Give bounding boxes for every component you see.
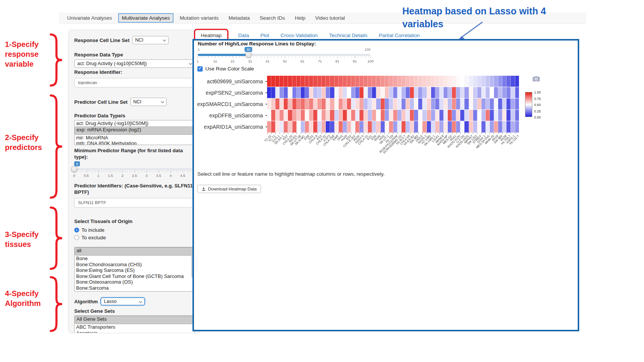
heatmap-cell[interactable] xyxy=(397,110,402,121)
heatmap-cell[interactable] xyxy=(317,98,322,109)
heatmap-cell[interactable] xyxy=(389,76,393,87)
heatmap-cell[interactable] xyxy=(339,110,343,121)
heatmap-cell[interactable] xyxy=(397,121,402,133)
heatmap-cell[interactable] xyxy=(364,76,368,87)
heatmap-cell[interactable] xyxy=(330,110,334,121)
heatmap-cell[interactable] xyxy=(335,121,339,133)
nav-tab-multivariate-analyses[interactable]: Multivariate Analyses xyxy=(118,13,174,23)
heatmap-cell[interactable] xyxy=(326,87,330,98)
heatmap-cell[interactable] xyxy=(313,121,317,133)
heatmap-cell[interactable] xyxy=(360,87,364,98)
heatmap-cell[interactable] xyxy=(498,87,502,98)
heatmap-cell[interactable] xyxy=(444,76,448,87)
heatmap-cell[interactable] xyxy=(477,121,481,133)
heatmap-cell[interactable] xyxy=(402,87,406,98)
heatmap-cell[interactable] xyxy=(322,87,326,98)
heatmap-cell[interactable] xyxy=(292,76,297,87)
heatmap-cell[interactable] xyxy=(402,76,406,87)
heatmap-cell[interactable] xyxy=(389,98,393,109)
heatmap-cell[interactable] xyxy=(355,98,360,109)
heatmap-cell[interactable] xyxy=(275,121,280,133)
heatmap-cell[interactable] xyxy=(448,76,452,87)
heatmap-cell[interactable] xyxy=(376,110,380,121)
heatmap-cell[interactable] xyxy=(288,76,292,87)
heatmap-cell[interactable] xyxy=(439,110,444,121)
heatmap-cell[interactable] xyxy=(372,87,376,98)
heatmap-cell[interactable] xyxy=(431,110,435,121)
heatmap-cell[interactable] xyxy=(452,87,456,98)
heatmap-cell[interactable] xyxy=(431,121,435,133)
heatmap-cell[interactable] xyxy=(368,110,372,121)
heatmap-cell[interactable] xyxy=(292,110,297,121)
heatmap-cell[interactable] xyxy=(452,121,456,133)
heatmap-cell[interactable] xyxy=(271,76,275,87)
heatmap-cell[interactable] xyxy=(305,76,309,87)
heatmap-cell[interactable] xyxy=(381,98,385,109)
heatmap-cell[interactable] xyxy=(347,110,351,121)
heatmap-cell[interactable] xyxy=(477,110,481,121)
heatmap-cell[interactable] xyxy=(444,87,448,98)
heatmap-cell[interactable] xyxy=(494,121,498,133)
heatmap-cell[interactable] xyxy=(389,110,393,121)
heatmap-cell[interactable] xyxy=(418,98,422,109)
heatmap-cell[interactable] xyxy=(481,121,486,133)
heatmap-cell[interactable] xyxy=(456,121,460,133)
heatmap-cell[interactable] xyxy=(410,76,414,87)
slider-handle[interactable] xyxy=(245,51,252,58)
heatmap-cell[interactable] xyxy=(464,98,469,109)
heatmap-cell[interactable] xyxy=(280,121,284,133)
heatmap-cell[interactable] xyxy=(515,87,519,98)
heatmap-cell[interactable] xyxy=(460,76,464,87)
option-mir-microrna[interactable]: mir: MicroRNA xyxy=(75,135,194,141)
heatmap-cell[interactable] xyxy=(481,110,486,121)
heatmap-cell[interactable] xyxy=(309,87,313,98)
heatmap-cell[interactable] xyxy=(469,98,473,109)
heatmap-cell[interactable] xyxy=(313,87,317,98)
heatmap-cell[interactable] xyxy=(494,76,498,87)
heatmap-cell[interactable] xyxy=(297,76,301,87)
heatmap-cell[interactable] xyxy=(464,76,469,87)
heatmap-cell[interactable] xyxy=(309,121,313,133)
heatmap-cell[interactable] xyxy=(486,110,490,121)
heatmap-cell[interactable] xyxy=(460,121,464,133)
heatmap-cell[interactable] xyxy=(364,87,368,98)
heatmap-cell[interactable] xyxy=(460,110,464,121)
heatmap-cell[interactable] xyxy=(385,76,389,87)
heatmap-cell[interactable] xyxy=(292,98,297,109)
heatmap-cell[interactable] xyxy=(511,121,515,133)
heatmap-cell[interactable] xyxy=(435,110,439,121)
heatmap-cell[interactable] xyxy=(444,121,448,133)
heatmap-cell[interactable] xyxy=(360,76,364,87)
heatmap-cell[interactable] xyxy=(385,98,389,109)
heatmap-cell[interactable] xyxy=(506,98,511,109)
predictor-cell-line-set-select[interactable]: NCI xyxy=(130,98,167,106)
heatmap-cell[interactable] xyxy=(275,87,280,98)
heatmap-cell[interactable] xyxy=(418,110,422,121)
heatmap-cell[interactable] xyxy=(309,76,313,87)
heatmap-cell[interactable] xyxy=(335,76,339,87)
heatmap-cell[interactable] xyxy=(456,87,460,98)
option-bone-chondrosarcoma-chs[interactable]: Bone:Chondrosarcoma (CHS) xyxy=(75,262,194,268)
nav-tab-univariate-analyses[interactable]: Univariate Analyses xyxy=(63,13,116,23)
heatmap-cell[interactable] xyxy=(335,98,339,109)
heatmap-cell[interactable] xyxy=(511,110,515,121)
heatmap-cell[interactable] xyxy=(301,110,305,121)
heatmap-cell[interactable] xyxy=(464,87,469,98)
heatmap-cell[interactable] xyxy=(435,121,439,133)
heatmap-cell[interactable] xyxy=(330,87,334,98)
heatmap-cell[interactable] xyxy=(418,121,422,133)
heatmap-cell[interactable] xyxy=(288,121,292,133)
heatmap-cell[interactable] xyxy=(439,76,444,87)
heatmap-cell[interactable] xyxy=(376,76,380,87)
heatmap-cell[interactable] xyxy=(284,76,288,87)
heatmap-cell[interactable] xyxy=(456,98,460,109)
heatmap-cell[interactable] xyxy=(494,110,498,121)
heatmap-cell[interactable] xyxy=(448,121,452,133)
heatmap-cell[interactable] xyxy=(339,121,343,133)
nav-tab-metadata[interactable]: Metadata xyxy=(225,13,253,23)
heatmap-cell[interactable] xyxy=(460,87,464,98)
heatmap-cell[interactable] xyxy=(406,121,410,133)
heatmap-cell[interactable] xyxy=(292,121,297,133)
heatmap-cell[interactable] xyxy=(473,121,477,133)
heatmap-cell[interactable] xyxy=(477,87,481,98)
